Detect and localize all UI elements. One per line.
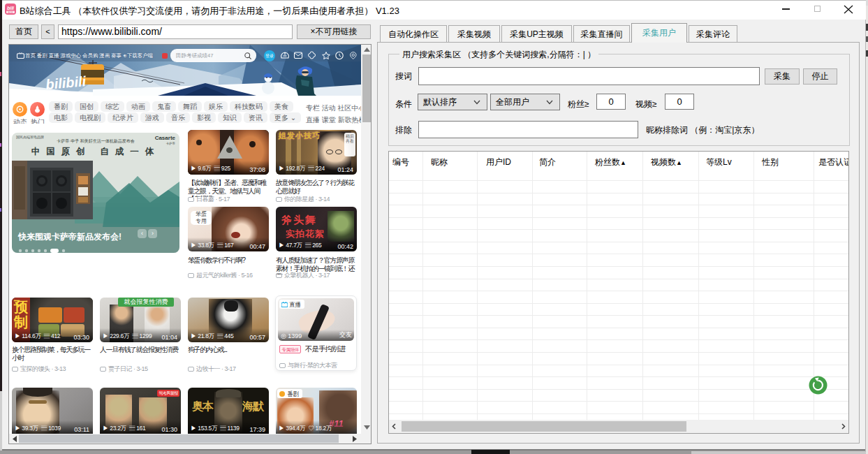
svg-text:bili: bili xyxy=(7,6,15,10)
svg-text:国民高端家电品牌: 国民高端家电品牌 xyxy=(16,135,44,140)
svg-text:卡萨帝: 卡萨帝 xyxy=(166,142,176,145)
svg-text:中国原创 自成一体: 中国原创 自成一体 xyxy=(31,147,160,156)
svg-text:卡萨帝·中子 和美好生活一体机新品发布会: 卡萨帝·中子 和美好生活一体机新品发布会 xyxy=(57,138,135,144)
svg-text:Casarte: Casarte xyxy=(155,135,176,141)
svg-text:BOX: BOX xyxy=(8,11,13,14)
